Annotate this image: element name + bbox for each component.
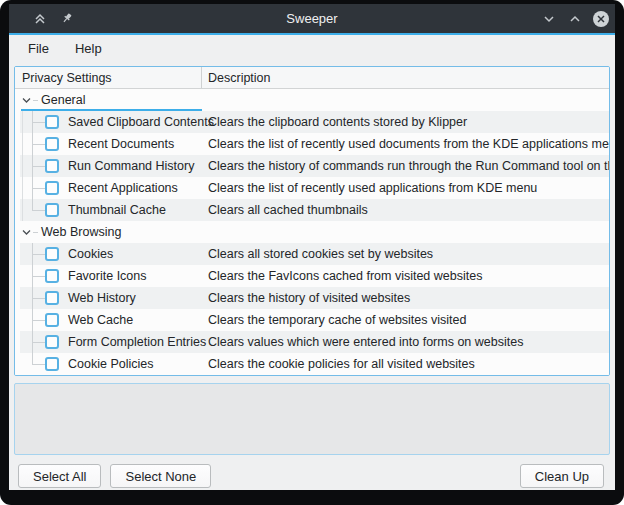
branch-line [32,342,46,343]
tree-row-cookies[interactable]: CookiesClears all stored cookies set by … [20,243,609,265]
item-label: Web History [68,291,136,305]
item-label: Recent Documents [68,137,174,151]
expander-icon[interactable] [21,227,32,238]
maximize-icon [569,13,581,25]
branch-line [32,320,46,321]
item-label: Run Command History [68,159,194,173]
row-cell-label: Form Completion Entries [20,331,202,353]
sweeper-window: Sweeper [9,4,615,490]
item-checkbox[interactable] [45,115,59,129]
item-checkbox[interactable] [45,335,59,349]
tree-row-recent-applications[interactable]: Recent ApplicationsClears the list of re… [20,177,609,199]
branch-line [32,298,46,299]
row-cell-label: Web Browsing [20,221,202,243]
group-label: Web Browsing [41,225,121,239]
item-checkbox[interactable] [45,313,59,327]
row-cell-description: Clears the FavIcons cached from visited … [202,265,609,287]
row-cell-label: Recent Documents [20,133,202,155]
item-checkbox[interactable] [45,357,59,371]
keep-above-icon [34,13,46,25]
menu-file[interactable]: File [19,38,58,59]
row-cell-description: Clears the temporary cache of websites v… [202,309,609,331]
tree-row-web-history[interactable]: Web HistoryClears the history of visited… [20,287,609,309]
row-cell-description [202,89,609,111]
maximize-button[interactable] [566,10,584,28]
item-description: Clears the list of recently used applica… [208,181,537,195]
tree-row-general[interactable]: General [20,89,609,111]
row-cell-label: Run Command History [20,155,202,177]
minimize-icon [543,13,555,25]
tree-row-cookie-policies[interactable]: Cookie PoliciesClears the cookie policie… [20,353,609,375]
item-label: Cookie Policies [68,357,153,371]
menu-help[interactable]: Help [66,38,111,59]
row-cell-description: Clears the clipboard contents stored by … [202,111,609,133]
tree-header: Privacy Settings Description [15,67,609,89]
item-checkbox[interactable] [45,291,59,305]
tree-row-favorite-icons[interactable]: Favorite IconsClears the FavIcons cached… [20,265,609,287]
item-description: Clears all stored cookies set by website… [208,247,433,261]
pin-button[interactable] [58,10,76,28]
close-icon [592,10,610,28]
item-description: Clears all cached thumbnails [208,203,368,217]
cleanup-log-area[interactable] [14,383,610,455]
row-cell-label: Favorite Icons [20,265,202,287]
item-description: Clears the history of commands run throu… [208,159,609,173]
branch-line [22,199,23,221]
window-title: Sweeper [9,11,615,26]
item-checkbox[interactable] [45,137,59,151]
item-label: Thumbnail Cache [68,203,166,217]
tree-row-recent-documents[interactable]: Recent DocumentsClears the list of recen… [20,133,609,155]
close-button[interactable] [592,10,610,28]
item-checkbox[interactable] [45,159,59,173]
select-none-button[interactable]: Select None [110,464,211,488]
row-cell-description: Clears the cookie policies for all visit… [202,353,609,375]
row-cell-description: Clears the list of recently used applica… [202,177,609,199]
item-checkbox[interactable] [45,203,59,217]
tree-row-saved-clipboard-contents[interactable]: Saved Clipboard ContentsClears the clipb… [20,111,609,133]
tree-body: GeneralSaved Clipboard ContentsClears th… [15,89,609,375]
row-cell-description: Clears the list of recently used documen… [202,133,609,155]
item-label: Form Completion Entries [68,335,206,349]
column-header-description[interactable]: Description [202,71,609,85]
branch-line [32,122,46,123]
expander-icon[interactable] [21,95,32,106]
item-checkbox[interactable] [45,247,59,261]
pin-icon [61,12,74,25]
window-frame: Sweeper [0,0,624,505]
row-cell-label: Thumbnail Cache [20,199,202,221]
item-checkbox[interactable] [45,181,59,195]
row-cell-description [202,221,609,243]
item-checkbox[interactable] [45,269,59,283]
item-label: Recent Applications [68,181,178,195]
row-cell-label: Saved Clipboard Contents [20,111,202,133]
branch-line [32,199,33,210]
clean-up-button[interactable]: Clean Up [520,464,604,488]
row-cell-description: Clears the history of visited websites [202,287,609,309]
item-label: Favorite Icons [68,269,147,283]
row-cell-label: Recent Applications [20,177,202,199]
keep-above-button[interactable] [31,10,49,28]
branch-line [32,364,46,365]
tree-row-thumbnail-cache[interactable]: Thumbnail CacheClears all cached thumbna… [20,199,609,221]
row-cell-label: Web Cache [20,309,202,331]
branch-line [32,210,46,211]
item-description: Clears the list of recently used documen… [208,137,609,151]
tree-row-web-browsing[interactable]: Web Browsing [20,221,609,243]
minimize-button[interactable] [540,10,558,28]
branch-line [33,100,38,101]
column-header-privacy-settings[interactable]: Privacy Settings [15,67,202,88]
item-description: Clears the cookie policies for all visit… [208,357,475,371]
item-description: Clears values which were entered into fo… [208,335,523,349]
button-row: Select All Select None Clean Up [18,464,604,488]
row-cell-label: Cookies [20,243,202,265]
select-all-button[interactable]: Select All [18,464,101,488]
branch-line [22,133,23,155]
tree-row-form-completion-entries[interactable]: Form Completion EntriesClears values whi… [20,331,609,353]
titlebar[interactable]: Sweeper [9,4,615,35]
group-label: General [41,93,85,107]
privacy-settings-tree[interactable]: Privacy Settings Description GeneralSave… [14,66,610,376]
row-cell-label: General [20,89,202,111]
branch-line [22,177,23,199]
tree-row-run-command-history[interactable]: Run Command HistoryClears the history of… [20,155,609,177]
tree-row-web-cache[interactable]: Web CacheClears the temporary cache of w… [20,309,609,331]
